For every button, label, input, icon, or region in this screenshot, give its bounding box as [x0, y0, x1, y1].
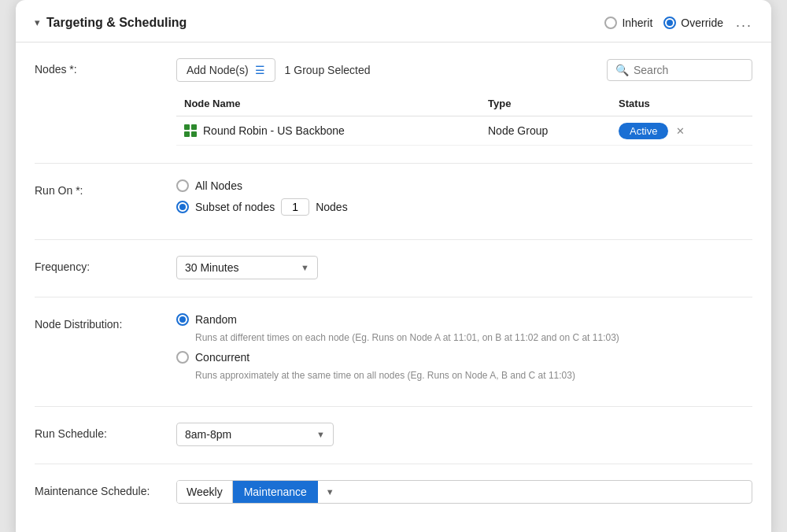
inherit-override-group: Inherit Override	[604, 17, 723, 29]
nodes-content: Add Node(s) ☰ 1 Group Selected 🔍 Node Na…	[176, 58, 752, 146]
targeting-scheduling-card: ▾ Targeting & Scheduling Inherit Overrid…	[16, 0, 771, 532]
run-schedule-label: Run Schedule:	[35, 423, 176, 440]
frequency-content: 30 Minutes ▼	[176, 256, 752, 279]
override-radio-label[interactable]: Override	[663, 17, 723, 29]
node-group-icon	[184, 124, 197, 137]
node-name-text: Round Robin - US Backbone	[203, 124, 345, 137]
run-on-row: Run On *: All Nodes Subset of nodes Node…	[35, 179, 752, 222]
status-badge: Active	[619, 123, 668, 139]
group-selected-text: 1 Group Selected	[285, 64, 371, 76]
chevron-icon: ▾	[35, 17, 40, 28]
frequency-select[interactable]: 30 Minutes ▼	[176, 256, 318, 279]
inherit-radio-label[interactable]: Inherit	[604, 17, 652, 29]
maintenance-schedule-content: Weekly Maintenance ▼	[176, 480, 752, 504]
node-name-inner: Round Robin - US Backbone	[184, 124, 472, 137]
subset-nodes-radio[interactable]	[176, 201, 189, 213]
node-distribution-row: Node Distribution: Random Runs at differ…	[35, 313, 752, 389]
frequency-arrow-icon: ▼	[301, 263, 309, 272]
node-distribution-content: Random Runs at different times on each n…	[176, 313, 752, 389]
frequency-row: Frequency: 30 Minutes ▼	[35, 256, 752, 279]
col-node-name: Node Name	[176, 91, 480, 116]
add-nodes-button[interactable]: Add Node(s) ☰	[176, 58, 275, 82]
col-status: Status	[611, 91, 752, 116]
header-controls: Inherit Override ...	[604, 14, 752, 31]
maintenance-arrow-icon: ▼	[318, 482, 342, 501]
run-on-content: All Nodes Subset of nodes Nodes	[176, 179, 752, 222]
node-name-cell: Round Robin - US Backbone	[176, 116, 480, 146]
concurrent-radio[interactable]	[176, 351, 189, 364]
override-label: Override	[681, 17, 723, 29]
maintenance-weekly-label: Weekly	[177, 481, 233, 503]
run-schedule-select[interactable]: 8am-8pm ▼	[176, 423, 334, 446]
concurrent-label: Concurrent	[195, 351, 249, 364]
card-body: Nodes *: Add Node(s) ☰ 1 Group Selected …	[16, 42, 771, 504]
run-schedule-content: 8am-8pm ▼	[176, 423, 752, 446]
divider-4	[35, 406, 752, 407]
inherit-radio-circle	[604, 17, 617, 29]
all-nodes-radio[interactable]	[176, 179, 189, 192]
subset-count-input[interactable]	[281, 198, 309, 216]
random-label: Random	[195, 313, 237, 326]
page-title: Targeting & Scheduling	[46, 16, 604, 30]
nodes-row: Nodes *: Add Node(s) ☰ 1 Group Selected …	[35, 58, 752, 146]
run-on-label: Run On *:	[35, 179, 176, 197]
random-radio[interactable]	[176, 313, 189, 326]
node-distribution-label: Node Distribution:	[35, 313, 176, 331]
remove-node-button[interactable]: ✕	[676, 125, 685, 137]
all-nodes-text: All Nodes	[195, 179, 242, 192]
concurrent-radio-option: Concurrent	[176, 351, 752, 364]
col-type: Type	[480, 91, 611, 116]
table-row: Round Robin - US Backbone Node Group Act…	[176, 116, 752, 146]
divider-1	[35, 163, 752, 164]
random-desc: Runs at different times on each node (Eg…	[195, 332, 752, 343]
nodes-table: Node Name Type Status	[176, 91, 752, 146]
node-status-cell: Active ✕	[611, 116, 752, 146]
node-type-cell: Node Group	[480, 116, 611, 146]
divider-2	[35, 239, 752, 240]
run-schedule-arrow-icon: ▼	[316, 430, 325, 439]
search-input[interactable]	[634, 64, 744, 76]
table-header-row: Node Name Type Status	[176, 91, 752, 116]
card-header: ▾ Targeting & Scheduling Inherit Overrid…	[16, 0, 771, 42]
maintenance-schedule-select[interactable]: Weekly Maintenance ▼	[176, 480, 752, 504]
frequency-label: Frequency:	[35, 256, 176, 273]
maintenance-schedule-row: Maintenance Schedule: Weekly Maintenance…	[35, 480, 752, 504]
nodes-label: Nodes *:	[35, 58, 176, 76]
maintenance-schedule-label: Maintenance Schedule:	[35, 480, 176, 497]
random-option: Random Runs at different times on each n…	[176, 313, 752, 343]
maintenance-label-badge: Maintenance	[233, 481, 318, 503]
override-radio-circle	[663, 17, 676, 29]
random-radio-option: Random	[176, 313, 752, 326]
search-icon: 🔍	[615, 64, 629, 76]
search-box: 🔍	[607, 59, 752, 81]
divider-5	[35, 464, 752, 464]
concurrent-option: Concurrent Runs approximately at the sam…	[176, 351, 752, 381]
all-nodes-option: All Nodes	[176, 179, 752, 192]
run-schedule-row: Run Schedule: 8am-8pm ▼	[35, 423, 752, 446]
subset-nodes-text: Subset of nodes	[195, 201, 275, 213]
concurrent-desc: Runs approximately at the same time on a…	[195, 370, 752, 381]
add-nodes-text: Add Node(s)	[187, 64, 249, 76]
nodes-controls: Add Node(s) ☰ 1 Group Selected 🔍	[176, 58, 752, 82]
run-schedule-value: 8am-8pm	[185, 428, 231, 441]
more-button[interactable]: ...	[736, 14, 752, 31]
subset-nodes-option: Subset of nodes Nodes	[176, 198, 752, 216]
divider-3	[35, 297, 752, 297]
list-icon: ☰	[255, 64, 265, 76]
frequency-value: 30 Minutes	[185, 261, 238, 274]
inherit-label: Inherit	[622, 17, 652, 29]
nodes-suffix-text: Nodes	[316, 201, 347, 213]
